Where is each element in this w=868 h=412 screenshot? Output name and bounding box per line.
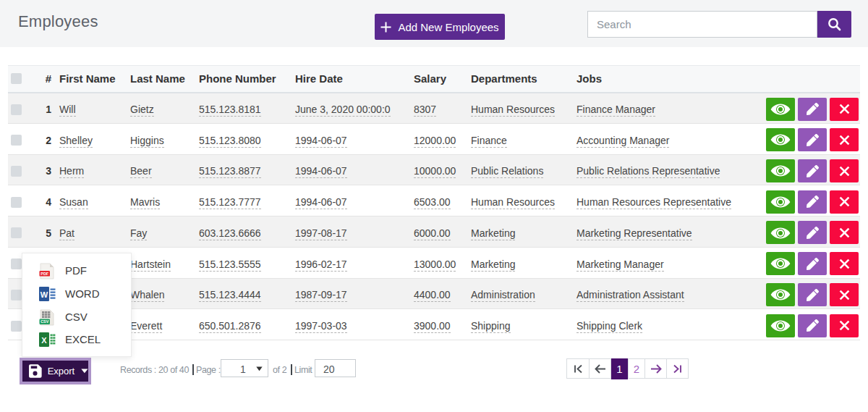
svg-text:W: W — [41, 290, 48, 299]
svg-text:CSV: CSV — [41, 319, 48, 324]
svg-text:PDF: PDF — [41, 272, 48, 276]
svg-text:X: X — [41, 336, 47, 345]
